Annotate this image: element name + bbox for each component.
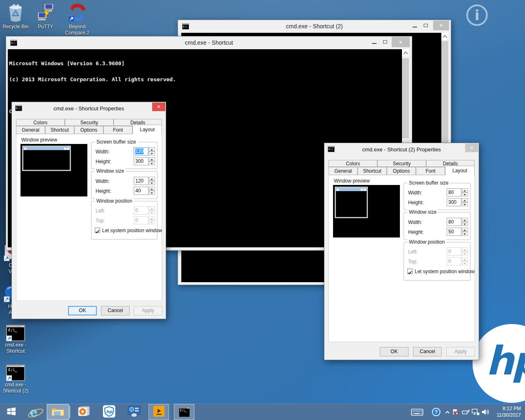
scroll-up-arrow[interactable] bbox=[402, 49, 409, 56]
network-icon[interactable] bbox=[471, 404, 480, 420]
close-button[interactable]: × bbox=[392, 37, 410, 47]
ok-button[interactable]: OK bbox=[68, 306, 97, 315]
spin-up-icon[interactable] bbox=[149, 216, 155, 220]
spin-down-icon[interactable] bbox=[149, 210, 155, 215]
tab-layout[interactable]: Layout bbox=[445, 166, 475, 175]
cancel-button[interactable]: Cancel bbox=[413, 347, 442, 356]
tab-security[interactable]: Security bbox=[377, 160, 426, 167]
tab-options[interactable]: Options bbox=[387, 167, 416, 175]
ok-button[interactable]: OK bbox=[380, 347, 409, 356]
size-height-spinner[interactable]: 50 bbox=[447, 228, 468, 236]
spin-down-icon[interactable] bbox=[462, 222, 468, 226]
taskbar-hp-support[interactable]: hp bbox=[99, 404, 119, 420]
taskbar-media-player[interactable] bbox=[74, 404, 94, 420]
hp-logo: hp bbox=[472, 324, 525, 403]
scrollbar-thumb[interactable] bbox=[441, 41, 448, 152]
tab-general[interactable]: General bbox=[16, 126, 45, 134]
window-preview bbox=[21, 144, 87, 196]
tab-shortcut[interactable]: Shortcut bbox=[45, 126, 74, 134]
desktop-icon-cmd-shortcut-2[interactable]: C:\_ cmd.exe - Shortcut (2) bbox=[0, 365, 31, 394]
desktop-icon-label: Beyond bbox=[69, 24, 86, 30]
titlebar[interactable]: cmd.exe - Shortcut × bbox=[6, 37, 412, 49]
desktop-icon-putty[interactable]: PuTTY bbox=[30, 2, 61, 30]
position-left-spinner[interactable]: 0 bbox=[134, 206, 155, 215]
help-icon[interactable]: ? bbox=[430, 404, 442, 420]
tab-options[interactable]: Options bbox=[74, 126, 103, 134]
spin-up-icon[interactable] bbox=[149, 147, 155, 151]
spin-down-icon[interactable] bbox=[149, 151, 155, 155]
spin-down-icon[interactable] bbox=[149, 191, 155, 195]
volume-icon[interactable] bbox=[481, 404, 491, 420]
spin-down-icon[interactable] bbox=[149, 161, 155, 165]
position-top-spinner[interactable]: 0 bbox=[447, 257, 468, 265]
show-hidden-icons-chevron[interactable] bbox=[444, 404, 451, 420]
apply-button[interactable]: Apply bbox=[446, 347, 475, 356]
desktop-icon-beyond-compare[interactable]: Beyond Compare 2 bbox=[62, 2, 93, 36]
minimize-button[interactable] bbox=[413, 27, 417, 27]
start-button[interactable] bbox=[2, 404, 20, 420]
size-height-spinner[interactable]: 40 bbox=[134, 187, 155, 195]
apply-button[interactable]: Apply bbox=[134, 306, 162, 315]
taskbar-clock[interactable]: 8:12 PM 11/30/2017 bbox=[497, 405, 521, 418]
close-icon[interactable]: × bbox=[152, 103, 165, 111]
spin-down-icon[interactable] bbox=[462, 202, 468, 206]
buffer-width-spinner[interactable]: 120 bbox=[134, 147, 155, 155]
window-preview-label: Window preview bbox=[334, 178, 370, 184]
touch-keyboard-icon[interactable] bbox=[408, 404, 426, 420]
spin-up-icon[interactable] bbox=[462, 218, 468, 222]
position-left-spinner[interactable]: 0 bbox=[447, 247, 468, 256]
spin-up-icon[interactable] bbox=[149, 187, 155, 191]
close-icon[interactable]: × bbox=[465, 144, 478, 152]
size-width-spinner[interactable]: 120 bbox=[134, 177, 155, 185]
cancel-button[interactable]: Cancel bbox=[101, 306, 130, 315]
spin-up-icon[interactable] bbox=[462, 198, 468, 202]
spin-down-icon[interactable] bbox=[462, 232, 468, 236]
desktop-icon-cmd-shortcut[interactable]: C:\_ cmd.exe - Shortcut bbox=[0, 325, 31, 354]
taskbar-control-panel[interactable] bbox=[124, 404, 144, 420]
maximize-button[interactable] bbox=[424, 24, 428, 27]
taskbar-file-explorer[interactable] bbox=[47, 404, 69, 420]
buffer-width-spinner[interactable]: 80 bbox=[447, 188, 468, 196]
taskbar-bing-video[interactable] bbox=[148, 404, 169, 420]
buffer-height-spinner[interactable]: 300 bbox=[134, 157, 155, 165]
taskbar-command-prompt[interactable]: C:\_ bbox=[174, 404, 194, 420]
spin-down-icon[interactable] bbox=[149, 181, 155, 185]
maximize-button[interactable] bbox=[383, 40, 387, 43]
spin-down-icon[interactable] bbox=[462, 192, 468, 196]
position-top-spinner[interactable]: 0 bbox=[134, 216, 155, 224]
window-position-group: Window position Left: 0 Top: 0 Let syste… bbox=[91, 201, 158, 240]
action-center-flag-icon[interactable] bbox=[451, 404, 459, 420]
spin-down-icon[interactable] bbox=[462, 251, 468, 256]
titlebar[interactable]: cmd.exe - Shortcut (2) × bbox=[178, 20, 451, 33]
spin-up-icon[interactable] bbox=[462, 188, 468, 192]
tab-colors[interactable]: Colors bbox=[16, 119, 65, 126]
scrollbar-thumb[interactable] bbox=[402, 58, 409, 138]
tab-font[interactable]: Font bbox=[416, 167, 445, 175]
spin-up-icon[interactable] bbox=[462, 228, 468, 232]
spin-up-icon[interactable] bbox=[149, 206, 155, 210]
control-panel-icon bbox=[127, 406, 141, 419]
let-system-position-checkbox[interactable] bbox=[407, 269, 413, 274]
size-width-spinner[interactable]: 80 bbox=[447, 218, 468, 226]
spin-up-icon[interactable] bbox=[462, 247, 468, 251]
close-button[interactable]: × bbox=[433, 21, 449, 30]
power-plug-icon[interactable] bbox=[461, 404, 470, 420]
minimize-button[interactable] bbox=[372, 43, 377, 44]
tab-general[interactable]: General bbox=[329, 167, 358, 175]
desktop-icon-recycle-bin[interactable]: Recycle Bin bbox=[0, 2, 31, 30]
spin-down-icon[interactable] bbox=[462, 261, 468, 265]
tab-shortcut[interactable]: Shortcut bbox=[358, 167, 387, 175]
spin-up-icon[interactable] bbox=[462, 257, 468, 261]
tab-font[interactable]: Font bbox=[103, 126, 132, 134]
tab-colors[interactable]: Colors bbox=[329, 160, 377, 167]
scroll-up-arrow[interactable] bbox=[441, 33, 448, 40]
buffer-height-spinner[interactable]: 300 bbox=[447, 198, 468, 206]
tab-security[interactable]: Security bbox=[65, 119, 114, 126]
putty-icon bbox=[36, 2, 55, 23]
taskbar-internet-explorer[interactable]: e bbox=[24, 404, 43, 420]
spin-up-icon[interactable] bbox=[149, 157, 155, 161]
spin-down-icon[interactable] bbox=[149, 220, 155, 224]
spin-up-icon[interactable] bbox=[149, 177, 155, 181]
let-system-position-checkbox[interactable] bbox=[95, 228, 100, 233]
tab-layout[interactable]: Layout bbox=[132, 125, 162, 134]
